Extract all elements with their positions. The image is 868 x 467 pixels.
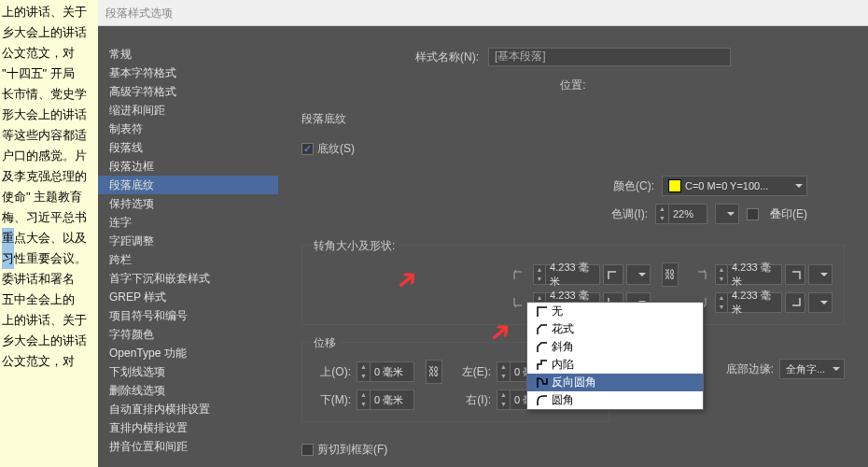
sidebar-item-1[interactable]: 基本字符格式 [98,64,278,82]
corner-menu-item-1[interactable]: 花式 [527,320,703,338]
sidebar-item-8[interactable]: 保持选项 [98,194,278,213]
sidebar-item-18[interactable]: 删除线选项 [98,381,278,400]
sidebar-item-7[interactable]: 段落底纹 [98,176,278,194]
corner-menu-item-3[interactable]: 内陷 [527,356,703,374]
corner-br-shape-dropdown[interactable] [785,292,805,313]
corner-tl-spinner[interactable]: ▲▼4.233 毫米 [533,264,600,285]
shading-checkbox[interactable] [301,143,314,155]
corner-tl-shape-arrow[interactable] [626,264,651,285]
style-name-label: 样式名称(N): [415,50,479,65]
overprint-checkbox[interactable] [747,208,759,220]
sidebar-item-20[interactable]: 直排内横排设置 [98,418,278,437]
sidebar-item-10[interactable]: 字距调整 [98,232,278,250]
offset-bottom-spinner[interactable]: ▲▼0 毫米 [357,389,414,410]
position-label: 位置: [560,78,585,93]
style-name-field[interactable]: [基本段落] [488,48,731,66]
corner-legend: 转角大小及形状: [310,238,399,254]
sidebar-item-3[interactable]: 缩进和间距 [98,101,278,120]
corner-menu-item-5[interactable]: 圆角 [527,391,703,409]
sidebar-item-13[interactable]: GREP 样式 [98,288,278,306]
corner-menu-item-0[interactable]: 无 [527,303,703,320]
sidebar-item-15[interactable]: 字符颜色 [98,325,278,344]
corner-tl-icon [511,266,527,283]
sidebar-item-17[interactable]: 下划线选项 [98,362,278,381]
corner-menu-item-4[interactable]: 反向圆角 [527,374,703,391]
color-dropdown[interactable]: C=0 M=0 Y=100... [662,176,807,196]
dialog-title-bar: 段落样式选项 [98,0,868,26]
corner-br-shape-arrow[interactable] [808,292,833,313]
corner-br-spinner[interactable]: ▲▼4.233 毫米 [715,292,782,313]
corner-tr-spinner[interactable]: ▲▼4.233 毫米 [715,264,782,285]
main-panel: 样式名称(N): [基本段落] 位置: 段落底纹 底纹(S) 颜色(C): C=… [278,26,868,467]
offset-link-icon[interactable]: ⛓ [426,360,442,384]
corner-tr-shape-arrow[interactable] [808,264,833,285]
bottom-edge-label: 底部边缘: [726,361,774,377]
shading-checkbox-label: 底纹(S) [317,141,355,157]
clip-to-frame-checkbox[interactable] [301,444,314,456]
sidebar-item-0[interactable]: 常规 [98,45,278,64]
sidebar-item-9[interactable]: 连字 [98,213,278,232]
clip-to-frame-label: 剪切到框架(F) [317,442,387,458]
corner-tr-icon [693,266,709,283]
background-document: 上的讲话、关于乡大会上的讲话公文范文，对"十四五" 开局长市情、党史学形大会上的… [0,0,98,467]
offset-legend: 位移 [310,335,340,351]
offset-top-spinner[interactable]: ▲▼0 毫米 [357,361,414,382]
sidebar-item-21[interactable]: 拼音位置和间距 [98,437,278,456]
sidebar-item-14[interactable]: 项目符号和编号 [98,306,278,325]
corner-shape-menu: 无花式斜角内陷反向圆角圆角 [526,302,704,410]
corner-tr-shape-dropdown[interactable] [785,264,805,285]
corner-link-icon[interactable]: ⛓ [662,262,679,287]
category-sidebar: 常规基本字符格式高级字符格式缩进和间距制表符段落线段落边框段落底纹保持选项连字字… [98,26,278,467]
corner-bl-icon [511,294,527,311]
color-label: 颜色(C): [613,178,654,194]
sidebar-item-2[interactable]: 高级字符格式 [98,82,278,101]
tint-dropdown[interactable] [715,204,739,224]
sidebar-item-6[interactable]: 段落边框 [98,157,278,176]
tint-spinner[interactable]: ▲▼ 22% [655,204,707,224]
sidebar-item-12[interactable]: 首字下沉和嵌套样式 [98,269,278,288]
overprint-label: 叠印(E) [770,206,807,222]
dialog-title: 段落样式选项 [105,7,173,20]
sidebar-item-5[interactable]: 段落线 [98,138,278,157]
paragraph-style-options-dialog: 段落样式选项 常规基本字符格式高级字符格式缩进和间距制表符段落线段落边框段落底纹… [98,0,868,467]
section-title: 段落底纹 [301,111,845,127]
sidebar-item-16[interactable]: OpenType 功能 [98,344,278,362]
bottom-edge-dropdown[interactable]: 全角字... [779,359,845,379]
sidebar-item-11[interactable]: 跨栏 [98,250,278,269]
corner-tl-shape-dropdown[interactable] [603,264,623,285]
sidebar-item-19[interactable]: 自动直排内横排设置 [98,400,278,418]
corner-menu-item-2[interactable]: 斜角 [527,338,703,356]
color-swatch-icon [668,179,681,192]
tint-label: 色调(I): [611,206,648,222]
corner-fieldset: 转角大小及形状: ▲▼4.233 毫米 ⛓ ▲▼4.233 毫米 [301,245,845,325]
sidebar-item-4[interactable]: 制表符 [98,120,278,138]
